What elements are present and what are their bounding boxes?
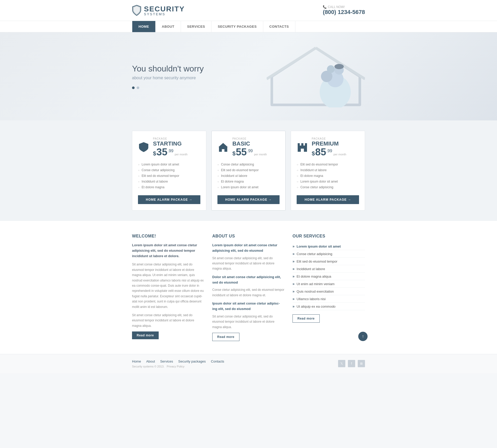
pkg2-cta-button[interactable]: HOME ALARM PACKAGE → <box>217 195 280 204</box>
pkg1-label: PACKAGE <box>153 137 187 140</box>
pkg2-cents: .99 <box>247 149 253 153</box>
welcome-bold-text: Lorem ipsum dolor sit amet conse ctetur … <box>132 243 204 259</box>
shield-package-icon <box>138 141 149 153</box>
svg-marker-9 <box>218 143 228 147</box>
footer-link-about[interactable]: About <box>146 359 155 363</box>
service-item-3: Elit sed do eiusmod tempor <box>293 258 365 265</box>
pkg3-name: PREMIUM <box>312 140 346 147</box>
pkg2-features: Conse ctetur adipisicing Elit sed do eiu… <box>217 162 280 190</box>
pkg2-feature-4: Et dolore magna <box>217 179 280 184</box>
phone-number: (800) 1234-5678 <box>323 9 365 16</box>
about-bold3: Ipsum dolor sit amet conse ctetur adipis… <box>212 301 285 312</box>
logo-security-text: SECURITY <box>144 5 185 13</box>
carousel-dot-2[interactable] <box>137 86 139 89</box>
content-section: WELCOME! Lorem ipsum dolor sit amet cons… <box>0 221 497 354</box>
about-read-more-button[interactable]: Read more <box>212 333 239 341</box>
footer-link-home[interactable]: Home <box>132 359 141 363</box>
about-bold2: Dolor sit amet conse ctetur adipisicing … <box>212 274 285 285</box>
shield-icon <box>132 5 141 16</box>
service-item-1: Lorem ipsum dolor sit amet <box>293 243 365 250</box>
footer-link-services[interactable]: Services <box>160 359 173 363</box>
pkg2-feature-1: Conse ctetur adipisicing <box>217 162 280 167</box>
pkg1-features: Lorem ipsum dolor sit amet Conse ctetur … <box>138 162 200 190</box>
about-normal2: Conse ctetur adipisicing elit, sed do ei… <box>212 287 285 298</box>
welcome-read-more-button[interactable]: Read more <box>132 331 159 339</box>
services-list: Lorem ipsum dolor sit amet Conse ctetur … <box>293 243 365 310</box>
phone-icon: 📞 <box>323 5 327 9</box>
package-premium: PACKAGE PREMIUM $ 85 .99 per month Elit … <box>291 131 365 211</box>
rss-icon[interactable]: ⊞ <box>358 360 365 367</box>
service-item-2: Conse ctetur adipisicing <box>293 250 365 258</box>
package-starting-icon <box>138 141 149 153</box>
pkg1-period: per month <box>175 153 188 156</box>
call-info: 📞 CALL NOW! (800) 1234-5678 <box>323 5 365 16</box>
logo[interactable]: SECURITY SYSTEMS <box>132 5 185 16</box>
house-package-icon <box>217 141 229 153</box>
nav-home[interactable]: HOME <box>132 21 156 32</box>
services-column: OUR SERVICES Lorem ipsum dolor sit amet … <box>293 234 365 341</box>
svg-rect-10 <box>222 149 224 152</box>
pkg1-amount: 35 <box>156 147 167 157</box>
nav-services[interactable]: SERVICES <box>181 21 212 32</box>
welcome-title: WELCOME! <box>132 234 204 239</box>
pkg3-period: per month <box>333 153 346 156</box>
site-header: SECURITY SYSTEMS 📞 CALL NOW! (800) 1234-… <box>0 0 497 32</box>
nav-security-packages[interactable]: SECURITY PACKAGES <box>211 21 263 32</box>
copyright-text: Security systems © 2013. <box>132 365 164 368</box>
welcome-body-text: Sit amet conse ctetur adipisicing elit, … <box>132 262 204 309</box>
pkg3-cta-button[interactable]: HOME ALARM PACKAGE → <box>297 195 359 204</box>
service-item-8: Ullamco laboris nisi <box>293 295 365 303</box>
footer-nav: Home About Services Security packages Co… <box>132 359 224 363</box>
pkg2-feature-2: Elit sed do eiusmod tempor <box>217 167 280 173</box>
pkg3-feature-4: Lorem ipsum dolor sit amet <box>297 179 359 184</box>
hero-image <box>267 43 365 110</box>
pkg2-feature-3: Incididunt ut labore <box>217 173 280 179</box>
footer-link-contacts[interactable]: Contacts <box>211 359 224 363</box>
pkg1-feature-3: Elit sed do eiusmod tempor <box>138 173 200 179</box>
castle-package-icon <box>297 141 308 153</box>
svg-rect-17 <box>305 143 307 144</box>
about-bold1: Lorem ipsum dolor sit amet conse ctetur … <box>212 243 285 254</box>
footer-link-security-packages[interactable]: Security packages <box>178 359 206 363</box>
svg-rect-16 <box>301 143 303 144</box>
pkg3-feature-2: Incididunt ut labore <box>297 167 359 173</box>
nav-contacts[interactable]: CONTACTS <box>263 21 295 32</box>
services-read-more-button[interactable]: Read more <box>293 314 320 323</box>
svg-point-6 <box>327 65 335 73</box>
scroll-top-button[interactable]: ↑ <box>358 332 368 341</box>
pkg3-features: Elit sed do eiusmod tempor Incididunt ut… <box>297 162 359 190</box>
about-normal3: Sit amet conse ctetur adipisicing elit, … <box>212 314 285 330</box>
facebook-icon[interactable]: f <box>348 360 355 367</box>
carousel-dot-1[interactable] <box>132 86 135 89</box>
pkg1-dollar: $ <box>153 150 156 157</box>
pkg1-cents: .99 <box>168 149 173 153</box>
package-basic: PACKAGE BASIC $ 55 .99 per month Conse c… <box>211 131 286 211</box>
service-item-5: Et dolore magna aliqua <box>293 273 365 280</box>
privacy-policy-link[interactable]: Privacy Policy <box>167 365 184 368</box>
social-links: 𝕏 f ⊞ <box>338 360 365 367</box>
pkg1-feature-5: Et dolore magna <box>138 184 200 190</box>
package-starting: PACKAGE STARTING $ 35 .99 per month Lore… <box>132 131 206 211</box>
pkg1-feature-2: Conse ctetur adipisicing <box>138 167 200 173</box>
footer-copyright: Security systems © 2013. Privacy Policy <box>132 365 224 368</box>
package-premium-icon <box>297 141 308 153</box>
pkg2-period: per month <box>254 153 267 156</box>
content-container: WELCOME! Lorem ipsum dolor sit amet cons… <box>132 234 365 341</box>
about-normal1: Sit amet conse ctetur adipisicing elit, … <box>212 256 285 271</box>
pkg1-cta-button[interactable]: HOME ALARM PACKAGE → <box>138 195 200 204</box>
svg-rect-18 <box>301 149 304 152</box>
twitter-icon[interactable]: 𝕏 <box>338 360 345 367</box>
nav-about[interactable]: ABOUT <box>156 21 181 32</box>
packages-section: PACKAGE STARTING $ 35 .99 per month Lore… <box>0 120 497 221</box>
pkg3-dollar: $ <box>312 150 315 157</box>
svg-line-1 <box>267 48 316 79</box>
packages-container: PACKAGE STARTING $ 35 .99 per month Lore… <box>132 131 365 211</box>
about-column: ABOUT US Lorem ipsum dolor sit amet cons… <box>212 234 285 341</box>
pkg3-feature-1: Elit sed do eiusmod tempor <box>297 162 359 167</box>
service-item-4: Incididunt ut labore <box>293 265 365 273</box>
services-title: OUR SERVICES <box>293 234 365 239</box>
pkg3-cents: .99 <box>326 149 332 153</box>
pkg1-feature-1: Lorem ipsum dolor sit amet <box>138 162 200 167</box>
pkg2-label: PACKAGE <box>232 137 267 140</box>
pkg2-dollar: $ <box>232 150 236 157</box>
